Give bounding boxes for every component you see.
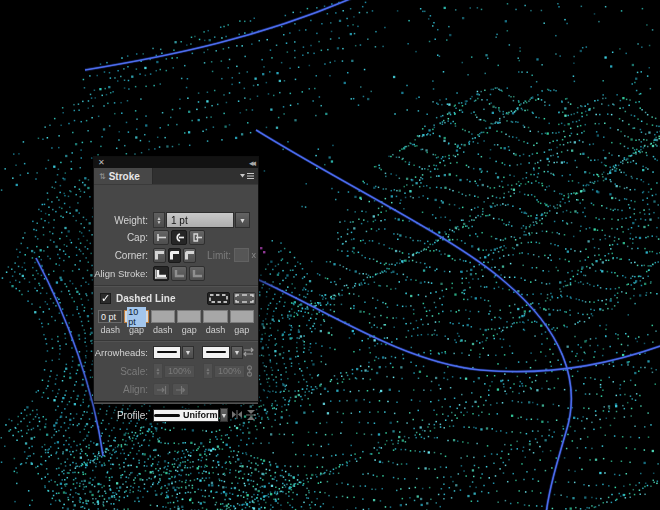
section-divider xyxy=(94,402,258,404)
bevel-join-button[interactable] xyxy=(183,248,196,263)
round-cap-icon xyxy=(174,233,185,242)
illustrator-workspace: ✕ ◂◂ ⇅ Stroke Weight: ▲▼ 1 pt ▼ C xyxy=(0,0,660,510)
gap-field-3[interactable] xyxy=(230,310,254,323)
miter-join-icon xyxy=(154,250,165,260)
align-arrow-end-button xyxy=(172,383,189,396)
gap-field-1[interactable]: 10 pt xyxy=(124,310,148,323)
scale-start-field: 100% xyxy=(164,365,195,378)
panel-titlebar[interactable]: ✕ ◂◂ xyxy=(94,157,258,168)
panel-tabbar: ⇅ Stroke xyxy=(94,168,258,185)
align-stroke-outside-icon xyxy=(191,269,203,279)
bevel-join-icon xyxy=(184,250,195,260)
uniform-profile-swatch xyxy=(154,414,180,417)
round-join-button[interactable] xyxy=(168,248,181,263)
align-stroke-center-button[interactable] xyxy=(153,266,169,281)
collapse-panel-icon[interactable]: ◂◂ xyxy=(249,159,254,167)
gap-field-2[interactable] xyxy=(177,310,201,323)
gap-caption: gap xyxy=(229,325,255,335)
profile-dropdown-icon[interactable]: ▼ xyxy=(220,408,229,422)
tab-stroke[interactable]: ⇅ Stroke xyxy=(94,168,153,184)
profile-label: Profile: xyxy=(96,410,153,421)
tab-stroke-label: Stroke xyxy=(109,171,140,182)
profile-value: Uniform xyxy=(183,410,218,420)
cycle-views-icon: ⇅ xyxy=(99,172,106,181)
round-cap-button[interactable] xyxy=(171,230,187,245)
weight-label: Weight: xyxy=(96,215,153,226)
close-icon[interactable]: ✕ xyxy=(98,159,105,167)
align-stroke-outside-button[interactable] xyxy=(189,266,205,281)
stroke-panel-body: Weight: ▲▼ 1 pt ▼ Cap: xyxy=(94,184,258,401)
dashed-line-checkbox[interactable]: ✓ xyxy=(100,293,111,304)
gap-caption: gap xyxy=(123,325,149,335)
round-join-icon xyxy=(169,250,180,260)
arrowhead-end-dropdown-icon[interactable]: ▼ xyxy=(231,346,243,359)
dashed-line-label: Dashed Line xyxy=(116,293,175,304)
weight-dropdown-icon[interactable]: ▼ xyxy=(235,212,250,228)
section-divider xyxy=(94,285,258,287)
align-stroke-label: Align Stroke: xyxy=(91,268,153,279)
align-dashes-icon xyxy=(235,294,254,303)
align-end-icon xyxy=(175,386,186,394)
stroke-panel: ✕ ◂◂ ⇅ Stroke Weight: ▲▼ 1 pt ▼ C xyxy=(93,156,259,402)
weight-stepper[interactable]: ▲▼ xyxy=(153,212,165,228)
align-arrow-tip-button xyxy=(153,383,170,396)
arrowhead-end-combo[interactable] xyxy=(202,346,230,359)
panel-menu-icon[interactable] xyxy=(240,172,254,181)
arrowhead-start-combo[interactable] xyxy=(153,346,181,359)
flip-along-icon xyxy=(232,410,242,419)
miter-join-button[interactable] xyxy=(153,248,166,263)
dash-field-3[interactable] xyxy=(203,310,227,323)
preserve-dash-icon xyxy=(209,294,228,303)
dash-field-1[interactable]: 0 pt xyxy=(98,310,122,323)
align-stroke-center-icon xyxy=(155,269,167,279)
align-tip-icon xyxy=(156,386,167,394)
limit-label: Limit: xyxy=(201,250,231,261)
butt-cap-button[interactable] xyxy=(153,230,169,245)
scale-end-stepper: ▲▼ xyxy=(203,363,213,379)
link-scales-icon xyxy=(245,365,254,377)
limit-field xyxy=(234,248,249,262)
gap-caption: gap xyxy=(176,325,202,335)
butt-cap-icon xyxy=(156,233,167,242)
preserve-dash-gap-button[interactable] xyxy=(207,292,230,305)
limit-x-suffix: x xyxy=(252,250,257,260)
dash-caption: dash xyxy=(97,325,123,335)
align-stroke-inside-button[interactable] xyxy=(171,266,187,281)
corner-label: Corner: xyxy=(96,250,153,261)
dash-caption: dash xyxy=(150,325,176,335)
section-divider xyxy=(94,340,258,342)
arrowhead-align-label: Align: xyxy=(96,384,153,395)
projecting-cap-icon xyxy=(192,233,203,242)
align-dashes-to-corners-button[interactable] xyxy=(233,292,256,305)
weight-value-field[interactable]: 1 pt xyxy=(166,212,234,228)
projecting-cap-button[interactable] xyxy=(189,230,205,245)
dash-field-2[interactable] xyxy=(151,310,175,323)
dash-caption: dash xyxy=(202,325,228,335)
cap-label: Cap: xyxy=(96,232,153,243)
arrowhead-none-swatch xyxy=(206,351,226,354)
flip-across-icon xyxy=(246,410,256,420)
arrowheads-label: Arrowheads: xyxy=(91,347,153,358)
swap-arrowheads-icon[interactable] xyxy=(243,347,254,357)
align-stroke-inside-icon xyxy=(173,269,185,279)
profile-combo[interactable]: Uniform xyxy=(153,409,219,422)
scale-end-field: 100% xyxy=(214,365,245,378)
scale-start-stepper: ▲▼ xyxy=(153,363,163,379)
arrowhead-none-swatch xyxy=(157,351,177,354)
scale-label: Scale: xyxy=(96,366,153,377)
selected-text: 10 pt xyxy=(127,307,145,327)
arrowhead-start-dropdown-icon[interactable]: ▼ xyxy=(182,346,194,359)
